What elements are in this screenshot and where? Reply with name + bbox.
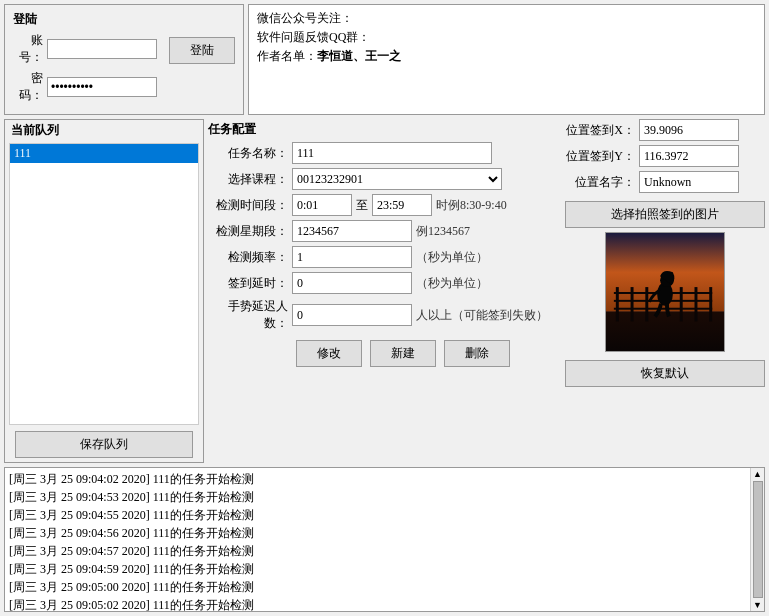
scroll-up-arrow[interactable]: ▲ — [753, 469, 762, 479]
login-title: 登陆 — [13, 11, 235, 28]
password-label: 密码： — [13, 70, 43, 104]
gesture-input[interactable] — [292, 304, 412, 326]
list-item: [周三 3月 25 09:04:55 2020] 111的任务开始检测 — [9, 506, 760, 524]
account-label: 账号： — [13, 32, 43, 66]
login-button[interactable]: 登陆 — [169, 37, 235, 64]
photo-preview — [605, 232, 725, 352]
weekday-row: 检测星期段： 例1234567 — [208, 220, 557, 242]
main-container: 登陆 账号： 登陆 密码： 微信公众号关注： 软件问题反馈QQ群： 作者名单：李… — [0, 0, 769, 616]
photo-scene-svg — [606, 232, 724, 352]
config-right-wrapper: 任务配置 任务名称： 选择课程： 00123232901 — [208, 119, 765, 463]
pos-x-input[interactable] — [639, 119, 739, 141]
restore-button[interactable]: 恢复默认 — [565, 360, 765, 387]
list-item: [周三 3月 25 09:05:02 2020] 111的任务开始检测 — [9, 596, 760, 612]
login-panel: 登陆 账号： 登陆 密码： — [4, 4, 244, 115]
middle-section: 当前队列 111 保存队列 任务配置 任务名称： 选 — [0, 115, 769, 463]
delay-hint: （秒为单位） — [416, 275, 488, 292]
queue-item[interactable]: 111 — [10, 144, 198, 163]
weekday-label: 检测星期段： — [208, 223, 288, 240]
pos-name-label: 位置名字： — [565, 174, 635, 191]
weekday-input[interactable] — [292, 220, 412, 242]
save-queue-button[interactable]: 保存队列 — [15, 431, 193, 458]
account-input[interactable] — [47, 39, 157, 59]
pos-name-input[interactable] — [639, 171, 739, 193]
task-name-label: 任务名称： — [208, 145, 288, 162]
log-section[interactable]: [周三 3月 25 09:04:02 2020] 111的任务开始检测 [周三 … — [4, 467, 765, 612]
log-scrollbar[interactable]: ▲ ▼ — [750, 468, 764, 611]
config-panel: 任务配置 任务名称： 选择课程： 00123232901 — [208, 119, 557, 387]
pos-y-row: 位置签到Y： — [565, 145, 765, 167]
course-label: 选择课程： — [208, 171, 288, 188]
gesture-hint: 人以上（可能签到失败） — [416, 307, 548, 324]
svg-rect-10 — [614, 308, 712, 310]
info-line1: 微信公众号关注： — [257, 9, 756, 28]
queue-title: 当前队列 — [5, 120, 203, 141]
select-photo-button[interactable]: 选择拍照签到的图片 — [565, 201, 765, 228]
queue-panel: 当前队列 111 保存队列 — [4, 119, 204, 463]
list-item: [周三 3月 25 09:04:59 2020] 111的任务开始检测 — [9, 560, 760, 578]
delete-button[interactable]: 删除 — [444, 340, 510, 367]
svg-rect-1 — [606, 312, 724, 351]
freq-label: 检测频率： — [208, 249, 288, 266]
new-button[interactable]: 新建 — [370, 340, 436, 367]
pos-y-input[interactable] — [639, 145, 739, 167]
task-name-row: 任务名称： — [208, 142, 557, 164]
freq-row: 检测频率： （秒为单位） — [208, 246, 557, 268]
course-row: 选择课程： 00123232901 — [208, 168, 557, 190]
list-item: [周三 3月 25 09:04:53 2020] 111的任务开始检测 — [9, 488, 760, 506]
queue-list[interactable]: 111 — [9, 143, 199, 425]
gesture-label: 手势延迟人数： — [208, 298, 288, 332]
time-end-input[interactable] — [372, 194, 432, 216]
right-panel: 位置签到X： 位置签到Y： 位置名字： 选择拍照签到的图片 — [565, 119, 765, 387]
freq-hint: （秒为单位） — [416, 249, 488, 266]
config-title: 任务配置 — [208, 119, 557, 140]
account-row: 账号： 登陆 — [13, 32, 235, 66]
info-line2: 软件问题反馈QQ群： — [257, 28, 756, 47]
task-name-input[interactable] — [292, 142, 492, 164]
pos-x-row: 位置签到X： — [565, 119, 765, 141]
freq-input[interactable] — [292, 246, 412, 268]
password-input[interactable] — [47, 77, 157, 97]
pos-y-label: 位置签到Y： — [565, 148, 635, 165]
delay-input[interactable] — [292, 272, 412, 294]
info-line3: 作者名单：李恒道、王一之 — [257, 47, 756, 66]
scroll-thumb[interactable] — [753, 481, 763, 598]
course-select[interactable]: 00123232901 — [292, 168, 502, 190]
time-hint: 时例8:30-9:40 — [436, 197, 507, 214]
pos-x-label: 位置签到X： — [565, 122, 635, 139]
delay-row: 签到延时： （秒为单位） — [208, 272, 557, 294]
time-to-label: 至 — [356, 197, 368, 214]
password-row: 密码： — [13, 70, 235, 104]
list-item: [周三 3月 25 09:05:00 2020] 111的任务开始检测 — [9, 578, 760, 596]
delay-label: 签到延时： — [208, 275, 288, 292]
action-row: 修改 新建 删除 — [208, 340, 557, 367]
scroll-down-arrow[interactable]: ▼ — [753, 600, 762, 610]
time-start-input[interactable] — [292, 194, 352, 216]
pos-name-row: 位置名字： — [565, 171, 765, 193]
gesture-row: 手势延迟人数： 人以上（可能签到失败） — [208, 298, 557, 332]
time-range-label: 检测时间段： — [208, 197, 288, 214]
list-item: [周三 3月 25 09:04:02 2020] 111的任务开始检测 — [9, 470, 760, 488]
list-item: [周三 3月 25 09:04:57 2020] 111的任务开始检测 — [9, 542, 760, 560]
weekday-hint: 例1234567 — [416, 223, 470, 240]
config-right-inner: 任务配置 任务名称： 选择课程： 00123232901 — [208, 119, 765, 387]
list-item: [周三 3月 25 09:04:56 2020] 111的任务开始检测 — [9, 524, 760, 542]
top-section: 登陆 账号： 登陆 密码： 微信公众号关注： 软件问题反馈QQ群： 作者名单：李… — [0, 0, 769, 115]
modify-button[interactable]: 修改 — [296, 340, 362, 367]
info-panel: 微信公众号关注： 软件问题反馈QQ群： 作者名单：李恒道、王一之 — [248, 4, 765, 115]
time-range-row: 检测时间段： 至 时例8:30-9:40 — [208, 194, 557, 216]
log-content: [周三 3月 25 09:04:02 2020] 111的任务开始检测 [周三 … — [5, 468, 764, 612]
